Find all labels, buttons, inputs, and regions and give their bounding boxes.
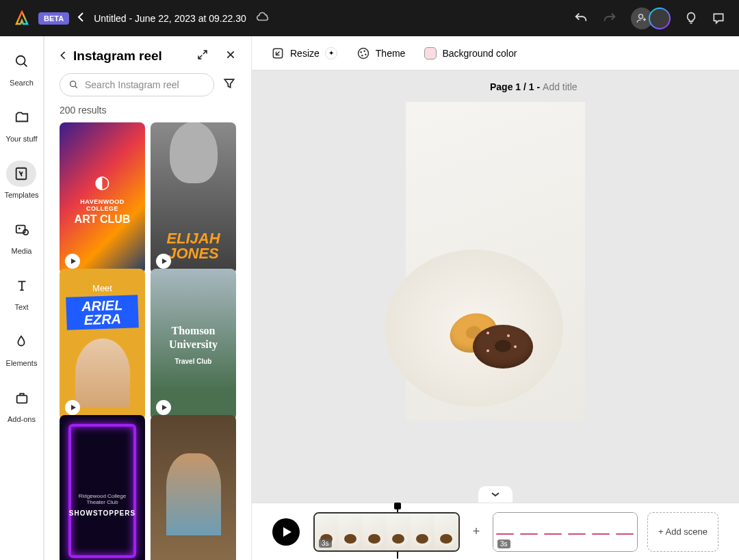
search-box[interactable] [60,73,214,96]
cloud-sync-icon[interactable] [256,9,271,27]
template-grid: ◐ HAVENWOOD COLLEGE ART CLUB ELIJAH JONE… [44,122,251,560]
share-avatars[interactable] [631,8,671,29]
play-icon [65,400,80,415]
svg-point-10 [360,51,362,53]
svg-point-5 [18,228,20,230]
canvas-area: Resize ✦ Theme Background color Page 1 /… [252,36,739,560]
svg-rect-6 [16,395,27,403]
rail-addons[interactable]: Add-ons [7,385,37,423]
theme-icon [356,46,370,60]
comment-icon[interactable] [712,12,725,25]
rail-search[interactable]: Search [7,49,37,87]
back-button[interactable] [77,10,84,26]
top-bar: BETA Untitled - June 22, 2023 at 09.22.3… [0,0,739,36]
background-color-button[interactable]: Background color [424,47,517,59]
user-avatar[interactable] [649,8,671,29]
document-title[interactable]: Untitled - June 22, 2023 at 09.22.30 [94,13,246,24]
premium-icon: ✦ [325,47,337,59]
rail-templates[interactable]: Templates [4,161,38,199]
rail-elements[interactable]: Elements [6,329,38,367]
timeline-clip[interactable]: 3s [313,512,460,552]
template-card[interactable]: ◐ HAVENWOOD COLLEGE ART CLUB [60,122,145,274]
filter-icon[interactable] [222,77,236,93]
timeline-clips: 3s + 3s + Add scene [313,512,718,552]
canvas-page[interactable] [406,102,585,421]
resize-button[interactable]: Resize ✦ [271,46,337,60]
template-card[interactable]: Meet ARIEL EZRA [60,269,145,421]
svg-point-1 [16,56,25,65]
topbar-actions [573,8,725,29]
canvas-viewport[interactable]: Page 1 / 1 - Add title [252,70,739,503]
template-card[interactable]: Ridgewood College Theater Club SHOWSTOPP… [60,415,145,560]
resize-icon [271,46,285,60]
svg-point-9 [358,48,368,58]
panel-expand-icon[interactable] [196,49,209,64]
canvas-toolbar: Resize ✦ Theme Background color [252,36,739,70]
svg-point-11 [363,50,365,52]
left-rail: Search Your stuff Templates Media Text E… [0,36,44,560]
beta-badge: BETA [38,12,69,25]
help-icon[interactable] [684,12,698,25]
svg-point-7 [70,81,76,87]
timeline-clip[interactable]: 3s [493,512,638,552]
page-label[interactable]: Page 1 / 1 - Add title [490,81,578,92]
bgcolor-swatch-icon [424,47,437,59]
play-icon [156,254,171,269]
svg-point-0 [639,14,643,18]
search-icon [68,79,79,90]
timeline: 3s + 3s + Add scene [252,503,739,560]
svg-point-13 [361,55,363,57]
redo-button [602,11,617,26]
playhead[interactable] [394,503,401,509]
rail-media[interactable]: Media [7,217,37,255]
add-clip-between-button[interactable]: + [469,525,483,539]
panel-title: Instagram reel [73,49,190,64]
undo-button[interactable] [573,11,588,26]
add-scene-button[interactable]: + Add scene [647,512,718,552]
template-card[interactable] [151,415,236,560]
theme-button[interactable]: Theme [356,46,406,60]
panel-back-button[interactable] [60,49,66,64]
app-logo[interactable] [14,10,30,27]
play-button[interactable] [272,518,300,546]
svg-point-12 [365,53,367,55]
results-count: 200 results [44,105,251,122]
rail-text[interactable]: Text [7,273,37,311]
template-card[interactable]: Thomson University Travel Club [151,269,236,421]
play-icon [156,400,171,415]
rail-your-stuff[interactable]: Your stuff [6,105,38,143]
template-card[interactable]: ELIJAH JONES [151,122,236,274]
collapse-timeline-button[interactable] [478,486,513,503]
search-input[interactable] [85,79,205,90]
play-icon [65,254,80,269]
panel-close-button[interactable] [225,49,236,64]
templates-panel: Instagram reel 200 results ◐ HAVENWOOD C… [44,36,252,560]
